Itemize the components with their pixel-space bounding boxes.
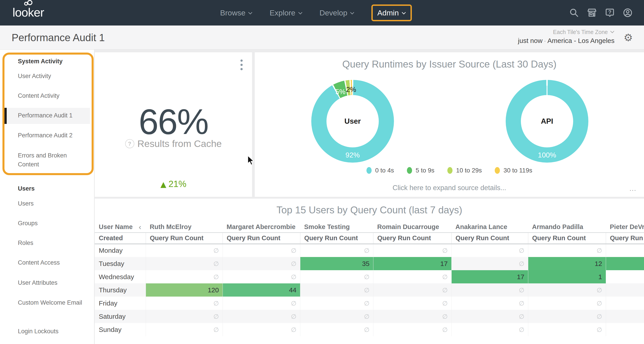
null-value-symbol: ∅ [364, 286, 369, 294]
query-count-cell [606, 270, 644, 283]
table-row-friday: Friday∅∅∅∅∅∅ [95, 296, 644, 310]
sidebar-item-groups[interactable]: Groups [18, 219, 85, 228]
query-count-cell[interactable]: 17 [452, 270, 528, 283]
sidebar-item-roles[interactable]: Roles [18, 238, 85, 247]
legend-item-5-to-9s[interactable]: 5 to 9s [407, 167, 434, 174]
nav-item-browse[interactable]: Browse [220, 9, 252, 17]
table-column-header-romain-ducarrouge[interactable]: Romain Ducarrouge [373, 221, 452, 233]
query-count-cell: ∅ [528, 283, 606, 296]
legend-item-0-to-4s[interactable]: 0 to 4s [366, 167, 394, 174]
looker-logo[interactable]: looker [12, 5, 44, 19]
null-value-symbol: ∅ [364, 247, 369, 254]
nav-item-label: Develop [320, 9, 348, 17]
sidebar-item-user-attributes[interactable]: User Attributes [18, 278, 85, 287]
table-subheader-query-run-count[interactable]: Query Run Count [222, 233, 300, 244]
donut-chart-api[interactable]: API 100% [506, 80, 588, 163]
query-count-cell[interactable]: 12 [528, 257, 606, 270]
tile-more-ellipsis[interactable]: ... [630, 185, 636, 192]
query-count-cell: ∅ [146, 270, 222, 283]
donut-center-label: API [506, 80, 588, 163]
table-subheader-query-run-count[interactable]: Query Run Count [146, 233, 222, 244]
legend-swatch-icon [495, 167, 500, 174]
null-value-symbol: ∅ [291, 260, 296, 267]
legend-item-10-to-29s[interactable]: 10 to 29s [447, 167, 482, 174]
null-value-symbol: ∅ [364, 273, 369, 281]
chevron-down-icon [298, 12, 302, 15]
help-icon[interactable]: ? [605, 8, 615, 18]
collapse-chevron-icon[interactable]: ‹ [139, 223, 142, 231]
null-value-symbol: ∅ [519, 326, 524, 333]
sidebar-item-errors-and-broken-content[interactable]: Errors and Broken Content [18, 151, 85, 169]
table-column-header-margaret-abercrombie[interactable]: Margaret Abercrombie [222, 221, 300, 233]
null-value-symbol: ∅ [597, 286, 602, 294]
account-icon[interactable] [622, 8, 633, 18]
query-count-cell[interactable]: 17 [373, 257, 452, 270]
sidebar-item-login-lockouts[interactable]: Login Lockouts [18, 327, 85, 336]
table-subheader-query-run-count[interactable]: Query Run Count [300, 233, 373, 244]
day-cell: Friday [95, 296, 146, 310]
expand-source-details-link[interactable]: Click here to expand source details... [255, 184, 644, 192]
table-column-header-armando-padilla[interactable]: Armando Padilla [528, 221, 606, 233]
table-column-header-anakarina-lance[interactable]: Anakarina Lance [452, 221, 528, 233]
null-value-symbol: ∅ [364, 313, 369, 320]
sidebar-item-user-activity[interactable]: User Activity [18, 72, 85, 81]
table-row-tuesday: Tuesday∅∅3517∅12 [95, 257, 644, 270]
query-count-cell: ∅ [300, 244, 373, 257]
sidebar-item-performance-audit-2[interactable]: Performance Audit 2 [18, 131, 85, 140]
nav-item-explore[interactable]: Explore [270, 9, 302, 17]
admin-sidebar: System ActivityUser ActivityContent Acti… [0, 50, 94, 344]
null-value-symbol: ∅ [597, 300, 602, 307]
sidebar-item-users[interactable]: Users [18, 199, 85, 208]
timezone-dropdown[interactable]: Each Tile's Time Zone [518, 29, 614, 36]
donut-chart-user[interactable]: 5% 2% User 92% [311, 80, 394, 163]
query-count-cell[interactable]: 1 [528, 270, 606, 283]
table-subheader-query-run-count[interactable]: Query Run Count [452, 233, 528, 244]
null-value-symbol: ∅ [442, 326, 448, 333]
donut-center-label: User [311, 80, 394, 163]
timezone-value: America - Los Angeles [548, 37, 614, 44]
day-cell: Monday [95, 244, 146, 257]
cache-delta: ▲21% [95, 179, 252, 189]
table-column-header-ruth-mcelroy[interactable]: Ruth McElroy [146, 221, 222, 233]
gear-icon[interactable]: ⚙ [624, 33, 633, 43]
query-count-cell: ∅ [300, 296, 373, 310]
page-title: Performance Audit 1 [12, 32, 105, 44]
help-circle-icon[interactable]: ? [125, 139, 134, 148]
query-count-cell: ∅ [373, 270, 452, 283]
query-count-cell[interactable]: 120 [146, 283, 222, 296]
query-runtimes-tile: Query Runtimes by Issuer Source (Last 30… [255, 52, 644, 197]
sidebar-item-performance-audit-1[interactable]: Performance Audit 1 [18, 111, 85, 120]
legend-item-30-to-119s[interactable]: 30 to 119s [495, 167, 532, 174]
cache-percentage-value: 66% [95, 101, 252, 142]
table-row-header-user-name[interactable]: User Name‹ [95, 221, 146, 233]
chevron-down-icon [248, 12, 252, 15]
sidebar-item-content-activity[interactable]: Content Activity [18, 91, 85, 100]
search-icon[interactable] [569, 8, 579, 18]
table-subheader-query-run-count[interactable]: Query Run Count [373, 233, 452, 244]
table-column-header-pieter-devrie[interactable]: Pieter DeVrie [606, 221, 644, 233]
day-cell: Thursday [95, 283, 146, 296]
query-count-cell[interactable]: 44 [222, 283, 300, 296]
table-subheader-query-run-count[interactable]: Query Run Count [606, 233, 644, 244]
table-column-header-smoke-testing[interactable]: Smoke Testing [300, 221, 373, 233]
legend-swatch-icon [447, 167, 452, 174]
chevron-down-icon [350, 12, 354, 15]
query-count-table: User Name‹Ruth McElroyMargaret Abercromb… [95, 221, 644, 336]
table-subheader-query-run-count[interactable]: Query Run Count [528, 233, 606, 244]
marketplace-icon[interactable] [587, 8, 597, 18]
table-subheader-created[interactable]: Created [95, 233, 146, 244]
nav-item-develop[interactable]: Develop [320, 9, 354, 17]
sidebar-item-content-access[interactable]: Content Access [18, 258, 85, 267]
tile-menu-kebab-icon[interactable] [239, 58, 244, 72]
null-value-symbol: ∅ [214, 247, 219, 254]
nav-item-admin[interactable]: Admin [372, 5, 412, 21]
query-count-cell[interactable]: 35 [300, 257, 373, 270]
query-count-cell [606, 323, 644, 336]
sidebar-item-custom-welcome-email[interactable]: Custom Welcome Email [18, 298, 85, 307]
query-count-cell: ∅ [300, 283, 373, 296]
nav-item-label: Browse [220, 9, 245, 17]
query-count-cell: ∅ [300, 270, 373, 283]
logo-bubble-icon [27, 0, 32, 5]
refresh-status: just now [518, 37, 542, 44]
query-count-cell: ∅ [222, 257, 300, 270]
